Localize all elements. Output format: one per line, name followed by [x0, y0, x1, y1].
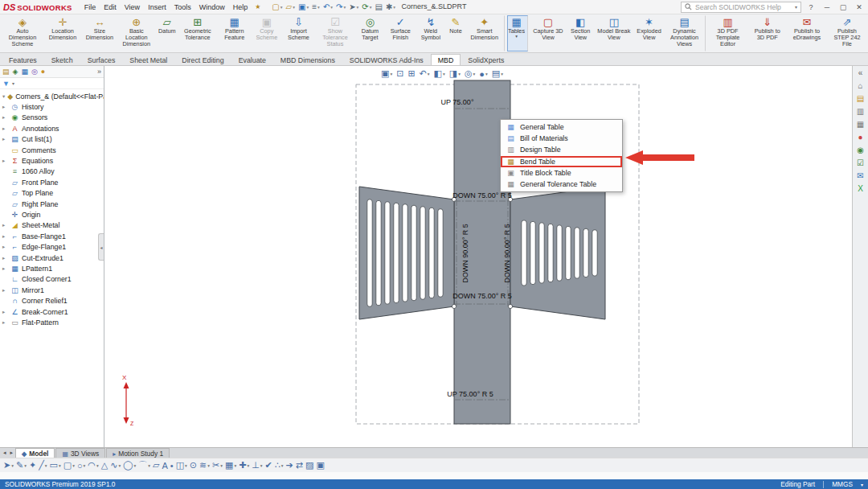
menu-item[interactable]: Tools — [170, 2, 195, 12]
expand-arrow-icon[interactable]: ▸ — [2, 114, 8, 121]
bend-note[interactable]: DOWN 75.00° R 5 — [452, 191, 512, 199]
expand-arrow-icon[interactable]: ▸ — [2, 287, 8, 294]
instant2d-icon[interactable]: ⇄ — [296, 460, 303, 471]
ribbon-button[interactable]: ◎ Datum Target — [355, 15, 385, 51]
display-relations-icon[interactable]: ⊥▾ — [252, 460, 262, 471]
tree-item[interactable]: ▸ ∟ Closed Corner1 — [0, 274, 104, 285]
menu-item[interactable]: File — [80, 2, 100, 12]
design-library-icon[interactable]: ▤ — [857, 94, 864, 103]
ribbon-button[interactable]: ✛ Location Dimension — [43, 15, 83, 51]
xpress-products-icon[interactable]: X — [858, 184, 863, 193]
previous-view-icon[interactable]: ↶▾ — [420, 68, 430, 79]
new-document-icon[interactable]: ▢▾ — [272, 2, 282, 11]
point-icon[interactable]: • — [170, 461, 174, 471]
slot-icon[interactable]: ▢▾ — [63, 460, 75, 471]
bottom-tab[interactable]: ◆ Model — [15, 448, 55, 458]
quick-snaps-icon[interactable]: ∴▾ — [275, 460, 284, 471]
ribbon-button[interactable]: ▦ Pattern Feature — [218, 15, 252, 51]
ribbon-tab[interactable]: SolidXperts — [461, 54, 511, 65]
filter-caret-icon[interactable]: ▾ — [12, 80, 14, 86]
tree-item[interactable]: ▸ ◉ Sensors — [0, 113, 104, 123]
open-icon[interactable]: ▱▾ — [286, 2, 295, 11]
display-style-icon[interactable]: ◨▾ — [449, 68, 461, 79]
zoom-fit-icon[interactable]: ⊡ — [396, 68, 403, 79]
ribbon-tab[interactable]: Evaluate — [231, 54, 273, 65]
configurationmanager-tab-icon[interactable]: ▦ — [21, 68, 28, 76]
tab-scroll-left-icon[interactable]: ◂ — [2, 450, 8, 456]
tree-item[interactable]: ▸ ≡ 1060 Alloy — [0, 166, 104, 177]
rebuild-icon[interactable]: ⟳▾ — [362, 2, 371, 11]
ribbon-tab[interactable]: MBD — [431, 54, 461, 65]
minimize-icon[interactable]: ─ — [821, 3, 833, 11]
ribbon-button[interactable]: ▤ Dynamic Annotation Views — [665, 15, 706, 51]
ribbon-button[interactable]: ▦ Tables ▾ — [507, 15, 528, 51]
menu-item[interactable]: Help — [229, 2, 252, 12]
expand-arrow-icon[interactable]: ▸ — [2, 255, 8, 261]
panel-expand-chevron-icon[interactable]: » — [97, 68, 101, 76]
menu-item[interactable]: Window — [195, 2, 229, 12]
tab-scroll-right-icon[interactable]: ▸ — [9, 450, 15, 456]
ribbon-button[interactable]: ✉ Publish to eDrawings — [787, 15, 827, 51]
search-caret-icon[interactable]: ▾ — [795, 4, 797, 10]
dropdown-menu-item[interactable]: ▦ Bend Table — [501, 156, 622, 167]
menu-item[interactable]: Edit — [100, 2, 121, 12]
repair-sketch-icon[interactable]: ✔ — [265, 460, 272, 471]
help-icon[interactable]: ? — [805, 3, 817, 11]
polygon-icon[interactable]: △ — [101, 460, 108, 471]
ribbon-tab[interactable]: MBD Dimensions — [273, 54, 342, 65]
zoom-area-icon[interactable]: ⊞ — [407, 68, 415, 79]
appearances-icon[interactable]: ●▾ — [479, 69, 487, 79]
tree-item[interactable]: ▸ ✛ Origin — [0, 209, 104, 220]
ribbon-button[interactable]: ◈ Auto Dimension Scheme — [2, 15, 43, 51]
units-selector[interactable]: MMGS — [832, 480, 853, 488]
home-icon[interactable]: ⌂ — [858, 81, 862, 90]
tree-item[interactable]: ▸ ▦ LPattern1 — [0, 263, 104, 273]
sketch-picture-icon[interactable]: ▣ — [316, 460, 324, 471]
ribbon-button[interactable]: ⇓ Publish to 3D PDF — [748, 15, 787, 51]
file-properties-icon[interactable]: ▤ — [375, 2, 383, 11]
bend-note[interactable]: UP 75.00° R 5 — [447, 390, 493, 398]
tree-item[interactable]: ▸ ◷ History — [0, 101, 104, 112]
expand-arrow-icon[interactable]: ▸ — [2, 125, 8, 132]
scene-icon[interactable]: ▤▾ — [492, 68, 503, 79]
bottom-tab[interactable]: ▸ Motion Study 1 — [106, 448, 170, 458]
filter-funnel-icon[interactable]: ▼ — [2, 80, 10, 88]
dimxpertmanager-tab-icon[interactable]: ◎ — [31, 68, 38, 76]
viewport[interactable]: ▣▾⊡⊞↶▾◧▾◨▾◎▾●▾▤▾ — [104, 66, 852, 447]
expand-arrow-icon[interactable]: ▸ — [2, 233, 8, 240]
linear-pattern-icon[interactable]: ▦▾ — [225, 460, 236, 471]
tree-item[interactable]: ▸ ◫ Mirror1 — [0, 285, 104, 295]
select-arrow-icon[interactable]: ➤▾ — [349, 2, 358, 11]
ribbon-button[interactable]: ◫ Model Break View — [595, 15, 633, 51]
ribbon-button[interactable]: ↯ Weld Symbol — [416, 15, 445, 51]
arc-icon[interactable]: ◠▾ — [88, 460, 98, 471]
ribbon-button[interactable]: ⊞ Geometric Tolerance — [178, 15, 218, 51]
print-icon[interactable]: ≡▾ — [312, 2, 320, 11]
tree-root-item[interactable]: ▾ ◆ Corners_& (Default<<Flat-Patte — [0, 91, 104, 101]
trim-entities-icon[interactable]: ✂▾ — [212, 460, 223, 471]
bend-note[interactable]: UP 75.00° — [441, 98, 474, 106]
expand-arrow-icon[interactable]: ▸ — [2, 265, 8, 272]
sketch-icon[interactable]: ✎▾ — [16, 460, 27, 471]
dropdown-menu-item[interactable]: ▣ Title Block Table — [501, 167, 622, 179]
options-icon[interactable]: ✱▾ — [386, 2, 395, 11]
ribbon-button[interactable]: ⇩ Import Scheme — [282, 15, 315, 51]
units-caret-icon[interactable]: ▾ — [861, 482, 863, 487]
ribbon-button[interactable]: ✶ Exploded View — [633, 15, 665, 51]
convert-entities-icon[interactable]: ⊙ — [190, 460, 197, 471]
tree-item[interactable]: ▸ ▱ Front Plane — [0, 177, 104, 187]
tree-item[interactable]: ▸ ▤ Cut list(1) — [0, 134, 104, 145]
forum-icon[interactable]: ✉ — [857, 171, 863, 180]
tree-item[interactable]: ▸ ∠ Break-Corner1 — [0, 306, 104, 317]
ribbon-button[interactable]: ▢ Capture 3D View — [530, 15, 567, 51]
expand-arrow-icon[interactable]: ▾ — [2, 93, 5, 100]
circle-icon[interactable]: ○▾ — [77, 461, 85, 471]
dropdown-menu-item[interactable]: ▥ Design Table — [501, 144, 622, 155]
panel-splitter-handle[interactable]: ◂ — [98, 233, 104, 261]
ribbon-button[interactable]: ☑ Show Tolerance Status — [315, 15, 355, 51]
ribbon-tab[interactable]: Direct Editing — [174, 54, 231, 65]
save-icon[interactable]: ▣▾ — [298, 2, 309, 11]
dropdown-menu-item[interactable]: ▤ Bill of Materials — [501, 133, 622, 144]
bend-note[interactable]: DOWN 90.00° R 5 — [461, 224, 469, 283]
collapse-icon[interactable]: « — [858, 68, 863, 77]
